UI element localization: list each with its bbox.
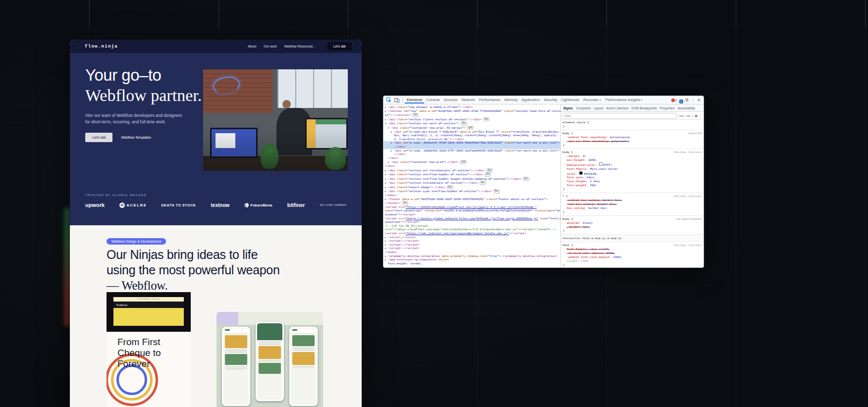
dom-tree-row[interactable]: ▶<style>…</style> xyxy=(383,236,560,240)
expand-arrow-icon[interactable]: ▶ xyxy=(385,118,388,122)
dom-tree-row[interactable]: ▶<script>…</script> xyxy=(383,247,560,251)
dom-tree-row[interactable]: ▶<section id="top" data-w-id="6e2af5dc-0… xyxy=(383,109,560,113)
tab-sources[interactable]: Sources xyxy=(442,97,460,103)
tab-elements[interactable]: Elements xyxy=(405,97,424,103)
tab-console[interactable]: Console xyxy=(424,97,442,103)
css-selector[interactable]: html { xyxy=(562,244,573,248)
expand-arrow-icon[interactable]: ▶ xyxy=(385,173,388,177)
css-selector[interactable]: * { xyxy=(562,195,568,199)
dom-tree-row[interactable]: ▶<div class="expert-badge">…</div>flex xyxy=(383,185,560,190)
nav-lets-talk-button[interactable]: Let's talk xyxy=(327,42,352,51)
expand-arrow-icon[interactable]: ▶ xyxy=(385,239,388,243)
hero-lets-talk-button[interactable]: Let's talk xyxy=(85,133,112,142)
resource-link[interactable]: "https://cdn.jsdelivr.net/npm/swiper@8/s… xyxy=(406,232,509,235)
sidebar-tab-dom-breakpoints[interactable]: DOM Breakpoints xyxy=(630,105,658,111)
dom-tree-row[interactable]: ▶<div id="w-node-div-block-7-5d9c3a19" d… xyxy=(383,130,560,134)
dom-tree-row[interactable]: on">…</section>flex xyxy=(383,113,560,117)
close-devtools-icon[interactable]: ✕ xyxy=(697,98,701,102)
dom-tree-row[interactable]: ▶<script>…</script> xyxy=(383,239,560,243)
dom-tree-row[interactable]: ▶<div id="w-node-_654aeb3f-0789-19eb-910… xyxy=(383,141,560,145)
dom-tree-row[interactable]: type="text/javascript" integrity="sha256… xyxy=(383,209,560,213)
shorthand-arrow-icon[interactable]: ▸ xyxy=(567,155,568,157)
css-property[interactable]: -ms-text-size-adjust: 100%; xyxy=(562,252,702,255)
css-property[interactable]: height: 100%; xyxy=(562,259,702,263)
more-options-icon[interactable]: ⋮ xyxy=(691,98,695,102)
css-property[interactable]: font-family: Mori,sans-serif; xyxy=(562,167,702,171)
dom-tree-row[interactable]: ▶<div class="section overflow-hidden big… xyxy=(383,177,560,181)
layout-grid-icon[interactable]: ▦ xyxy=(695,114,698,117)
expand-arrow-icon[interactable]: ▶ xyxy=(385,190,388,194)
layout-badge[interactable]: grid xyxy=(460,160,467,164)
css-property[interactable]: background-color: #fff; xyxy=(562,162,702,167)
css-property[interactable]: color: #091030; xyxy=(562,171,702,176)
dom-tree-row[interactable]: <script src="https://assets-global.websi… xyxy=(383,217,560,221)
dom-tree-row[interactable]: ▶<div class="section overflow-hidden wf-… xyxy=(383,172,560,177)
expand-arrow-icon[interactable]: ▶ xyxy=(391,130,394,134)
css-selector[interactable]: element.style { xyxy=(562,121,589,125)
css-property[interactable]: box-sizing: border-box; xyxy=(562,206,702,210)
dom-tree-row[interactable]: </body> xyxy=(383,251,560,254)
dom-tree-row[interactable]: 1; transform-style: preserve-3d;">…</div… xyxy=(383,138,560,142)
portfolio-card-folklore[interactable]: The Folklore Journey Folklore From First… xyxy=(107,292,191,407)
inspect-element-icon[interactable] xyxy=(385,97,392,103)
layout-badge[interactable]: flex xyxy=(483,117,489,122)
css-property[interactable]: line-height: 1.4em; xyxy=(562,180,702,184)
expand-arrow-icon[interactable]: ▶ xyxy=(385,105,388,109)
dom-tree-row[interactable]: </div> xyxy=(383,164,560,168)
expand-arrow-icon[interactable]: ▶ xyxy=(385,181,388,185)
css-property[interactable]: -webkit-text-size-adjust: 100%; xyxy=(562,255,702,259)
tab-security[interactable]: Security xyxy=(542,97,559,103)
dom-tree-row[interactable]: ▶<grammarly-desktop-integration data-gra… xyxy=(383,254,560,258)
tab-memory[interactable]: Memory xyxy=(502,97,520,103)
css-property[interactable]: font-size: 14px; xyxy=(562,176,702,180)
dom-tree-row[interactable]: ▶<gwa-extension-ng-components style= xyxy=(383,258,560,262)
hov-toggle[interactable]: :hov xyxy=(678,114,684,117)
dom-tree-row[interactable]: ▼<div class="container new-grid _50-marg… xyxy=(383,126,560,130)
expand-arrow-icon[interactable]: ▶ xyxy=(385,236,388,240)
expand-arrow-icon[interactable]: ▶ xyxy=(385,109,388,113)
color-swatch[interactable] xyxy=(579,171,583,175)
dom-tree-row[interactable]: ▶<div class="section our-testimonials wf… xyxy=(383,168,560,173)
sidebar-tab-layout[interactable]: Layout xyxy=(592,105,605,111)
expand-arrow-icon[interactable]: ▶ xyxy=(385,258,388,262)
css-property[interactable]: display: block; xyxy=(562,221,702,225)
css-property[interactable]: min-height: 100%; xyxy=(562,158,702,162)
sidebar-tab-styles[interactable]: Styles xyxy=(562,105,574,111)
color-swatch[interactable] xyxy=(599,162,602,166)
service-badge[interactable]: Webflow Design & Development xyxy=(107,238,166,245)
dom-tree-row[interactable]: </main> xyxy=(383,194,560,198)
css-property[interactable]: -webkit-font-smoothing: antialiased; xyxy=(562,136,702,140)
resource-link[interactable]: "https://assets-global.website-files.com… xyxy=(406,217,539,220)
layout-badge[interactable]: grid xyxy=(467,126,474,130)
css-property[interactable]: font-weight: 500; xyxy=(562,184,702,188)
dom-tree-row[interactable]: font-weight: normal; xyxy=(383,262,560,266)
shorthand-arrow-icon[interactable]: ▸ xyxy=(567,226,568,228)
nav-about[interactable]: About xyxy=(248,45,256,48)
dom-tree-row[interactable]: avascript"></script> xyxy=(383,220,560,224)
nav-webflow-resources[interactable]: Webflow Resources⌄ xyxy=(284,45,316,48)
dom-tree-row[interactable]: ▶<footer data-w-id="381f5168-0b8b-6bbf-6… xyxy=(383,198,560,202)
issues-count-badge[interactable]: 2 xyxy=(679,96,683,104)
sidebar-tab-properties[interactable]: Properties xyxy=(658,105,676,111)
hero-webflow-templates-link[interactable]: Webflow Templates xyxy=(121,136,151,139)
dom-tree-row[interactable]: …</div> xyxy=(383,153,560,156)
error-count-badge[interactable]: ✕2 xyxy=(671,99,677,102)
expand-arrow-icon[interactable]: ▶ xyxy=(391,141,394,145)
layout-badge[interactable]: flex xyxy=(480,181,486,185)
dom-tree-row[interactable]: </div> xyxy=(383,156,560,160)
expand-arrow-icon[interactable]: ▼ xyxy=(385,122,388,126)
expand-arrow-icon[interactable]: ▶ xyxy=(388,160,391,164)
css-source-link[interactable]: flow-ninja…3.min.css:1 xyxy=(674,150,702,154)
layout-badge[interactable]: flex xyxy=(402,201,408,205)
expand-arrow-icon[interactable]: ▶ xyxy=(385,243,388,247)
tab-application[interactable]: Application xyxy=(520,97,542,103)
dom-tree-row[interactable]: src="//cdnjs.cloudflare.com/ajax/libs/pl… xyxy=(383,228,560,232)
layout-badge[interactable]: flex xyxy=(487,168,493,173)
dom-tree-row[interactable]: ▶<script>…</script> xyxy=(383,243,560,247)
styles-kebab-icon[interactable]: ⋮ xyxy=(699,114,702,117)
new-style-rule-icon[interactable]: + xyxy=(692,114,694,117)
dom-tree-row[interactable]: <script src="https://d3e54v103j8qbb.clou… xyxy=(383,205,560,209)
dom-tree-row[interactable]: ▶<div class="section client-section wf-s… xyxy=(383,117,560,122)
tab-lighthouse[interactable]: Lighthouse xyxy=(559,97,582,103)
dom-tree-row[interactable]: <!--[if lte IE 9]><script xyxy=(383,224,560,228)
